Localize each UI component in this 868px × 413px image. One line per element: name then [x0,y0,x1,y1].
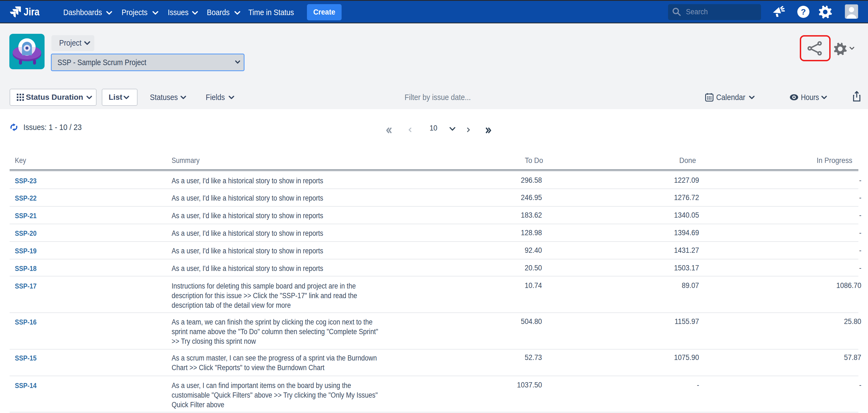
svg-text:?: ? [801,7,806,16]
